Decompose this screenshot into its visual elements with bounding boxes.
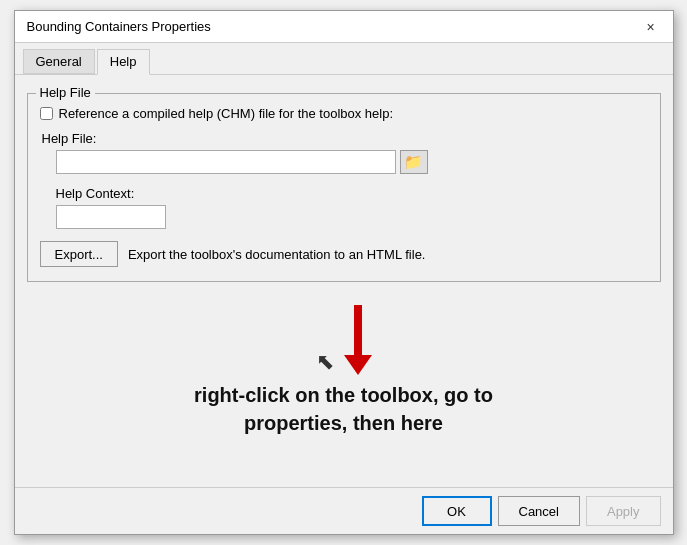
export-row: Export... Export the toolbox's documenta… [40, 241, 648, 267]
export-description: Export the toolbox's documentation to an… [128, 247, 426, 262]
folder-icon: 📁 [404, 153, 423, 171]
browse-button[interactable]: 📁 [400, 150, 428, 174]
cancel-button[interactable]: Cancel [498, 496, 580, 526]
help-file-group: Help File Reference a compiled help (CHM… [27, 93, 661, 282]
help-context-row: 0 [56, 205, 648, 229]
checkbox-row: Reference a compiled help (CHM) file for… [40, 106, 648, 121]
arrow-shaft [354, 305, 362, 355]
checkbox-label: Reference a compiled help (CHM) file for… [59, 106, 394, 121]
apply-button[interactable]: Apply [586, 496, 661, 526]
help-file-row: 📁 [56, 150, 648, 174]
help-context-input[interactable]: 0 [56, 205, 166, 229]
tab-help[interactable]: Help [97, 49, 150, 75]
tab-general[interactable]: General [23, 49, 95, 74]
dialog: Bounding Containers Properties × General… [14, 10, 674, 535]
help-file-input[interactable] [56, 150, 396, 174]
dialog-body: Help File Reference a compiled help (CHM… [15, 75, 673, 487]
title-bar: Bounding Containers Properties × [15, 11, 673, 43]
help-file-label: Help File: [42, 131, 648, 146]
group-label: Help File [36, 85, 95, 100]
export-button[interactable]: Export... [40, 241, 118, 267]
help-context-label: Help Context: [56, 186, 648, 201]
annotation-area: ⬉ right-click on the toolbox, go toprope… [35, 305, 653, 437]
red-arrow [344, 305, 372, 375]
arrow-head [344, 355, 372, 375]
ok-button[interactable]: OK [422, 496, 492, 526]
cursor-icon: ⬉ [316, 349, 334, 375]
annotation-text: right-click on the toolbox, go topropert… [194, 381, 493, 437]
chm-checkbox[interactable] [40, 107, 53, 120]
dialog-title: Bounding Containers Properties [27, 19, 211, 34]
tab-bar: General Help [15, 43, 673, 75]
dialog-footer: OK Cancel Apply [15, 487, 673, 534]
close-button[interactable]: × [641, 17, 661, 37]
